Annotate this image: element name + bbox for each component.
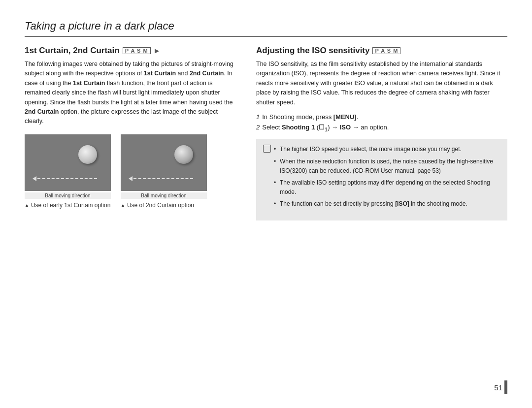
note-item-3: The available ISO setting options may di… bbox=[273, 178, 500, 197]
note-item-4: The function can be set directly by pres… bbox=[273, 199, 500, 209]
image-2-caption: Ball moving direction bbox=[121, 192, 207, 199]
arrow-head-1 bbox=[33, 176, 36, 181]
page-title-section: Taking a picture in a dark place bbox=[25, 20, 507, 37]
dash-arrow-2 bbox=[129, 176, 193, 181]
iso-body: The ISO sensitivity, as the film sensiti… bbox=[256, 60, 507, 107]
curtain-images: Ball moving direction ▲ Use of early 1st… bbox=[25, 134, 236, 209]
curtain-cam-icon: ▶ bbox=[155, 48, 159, 54]
note-header: ​ The higher ISO speed you select, the m… bbox=[263, 145, 500, 211]
image-2-label: ▲ Use of 2nd Curtain option bbox=[121, 202, 207, 209]
right-column: Adjusting the ISO sensitivity P A S M Th… bbox=[256, 46, 507, 220]
step-1-num: 1 bbox=[256, 113, 260, 121]
note-item-2: When the noise reduction function is use… bbox=[273, 157, 500, 176]
note-list: The higher ISO speed you select, the mor… bbox=[273, 145, 500, 211]
triangle-bullet-2: ▲ bbox=[121, 203, 125, 208]
ball-2 bbox=[174, 145, 193, 164]
image-1-caption: Ball moving direction bbox=[25, 192, 111, 199]
curtain-heading-text: 1st Curtain, 2nd Curtain bbox=[25, 46, 120, 56]
curtain-section-heading: 1st Curtain, 2nd Curtain P A S M ▶ bbox=[25, 46, 236, 56]
dash-arrow-1 bbox=[33, 176, 97, 181]
iso-heading-text: Adjusting the ISO sensitivity bbox=[256, 46, 369, 56]
page-title: Taking a picture in a dark place bbox=[25, 20, 507, 32]
iso-step-2: 2 Select Shooting 1 (☐1) → ISO → an opti… bbox=[256, 124, 507, 132]
iso-steps: 1 In Shooting mode, press [MENU]. 2 Sele… bbox=[256, 113, 507, 132]
curtain-image-2-wrap: Ball moving direction ▲ Use of 2nd Curta… bbox=[121, 134, 207, 209]
image-1-label-text: Use of early 1st Curtain option bbox=[31, 202, 110, 209]
triangle-bullet-1: ▲ bbox=[25, 203, 29, 208]
iso-pasm-badge: P A S M bbox=[372, 47, 400, 54]
curtain-body: The following images were obtained by ta… bbox=[25, 60, 236, 126]
ball-1 bbox=[78, 145, 97, 164]
page-bar bbox=[504, 380, 507, 394]
page-number-area: 51 bbox=[494, 380, 507, 394]
image-1-label: ▲ Use of early 1st Curtain option bbox=[25, 202, 111, 209]
curtain-image-1-wrap: Ball moving direction ▲ Use of early 1st… bbox=[25, 134, 111, 209]
note-box: ​ The higher ISO speed you select, the m… bbox=[256, 139, 507, 220]
iso-step-1: 1 In Shooting mode, press [MENU]. bbox=[256, 113, 507, 121]
step-1-text: In Shooting mode, press [MENU]. bbox=[262, 113, 358, 121]
iso-section-heading: Adjusting the ISO sensitivity P A S M bbox=[256, 46, 507, 56]
curtain-image-2 bbox=[121, 134, 207, 191]
note-item-1: The higher ISO speed you select, the mor… bbox=[273, 145, 500, 154]
main-content: 1st Curtain, 2nd Curtain P A S M ▶ The f… bbox=[25, 46, 507, 220]
note-icon: ​ bbox=[263, 145, 271, 153]
curtain-pasm-badge: P A S M bbox=[123, 47, 151, 54]
left-column: 1st Curtain, 2nd Curtain P A S M ▶ The f… bbox=[25, 46, 236, 220]
step-2-num: 2 bbox=[256, 124, 260, 131]
arrow-head-2 bbox=[129, 176, 133, 181]
image-2-label-text: Use of 2nd Curtain option bbox=[127, 202, 194, 209]
page-number: 51 bbox=[494, 383, 502, 392]
curtain-image-1 bbox=[25, 134, 111, 191]
dashed-line-2 bbox=[133, 178, 193, 179]
step-2-text: Select Shooting 1 (☐1) → ISO → an option… bbox=[262, 124, 389, 132]
dashed-line-1 bbox=[37, 178, 97, 179]
